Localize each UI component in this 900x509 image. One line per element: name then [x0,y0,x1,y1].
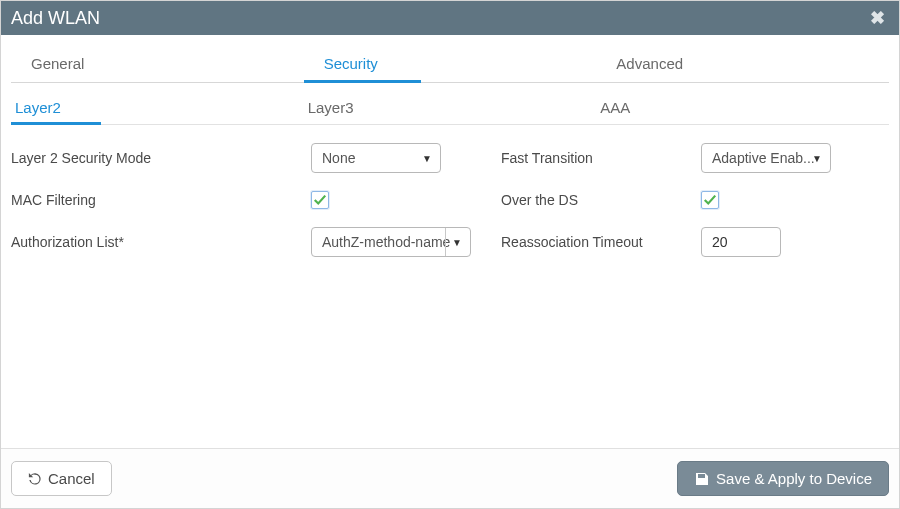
subtab-label: AAA [600,99,630,116]
right-column: Fast Transition Adaptive Enab... ▼ Over … [471,143,889,438]
label-security-mode: Layer 2 Security Mode [11,150,311,166]
tab-general[interactable]: General [11,49,304,82]
field-over-ds: Over the DS [501,191,889,209]
subtab-label: Layer2 [15,99,61,116]
field-auth-list: Authorization List* AuthZ-method-name ▼ [11,227,471,257]
subtab-label: Layer3 [308,99,354,116]
check-icon [703,193,717,207]
label-reassoc-timeout: Reassociation Timeout [501,234,701,250]
modal-footer: Cancel Save & Apply to Device [1,448,899,508]
chevron-down-icon: ▼ [422,153,432,164]
left-column: Layer 2 Security Mode None ▼ MAC Filteri… [11,143,471,438]
button-label: Cancel [48,470,95,487]
select-value: None [322,150,355,166]
label-over-ds: Over the DS [501,192,701,208]
input-reassoc-timeout[interactable] [701,227,781,257]
tab-label: Security [324,55,378,72]
chevron-down-icon: ▼ [452,237,462,248]
label-mac-filtering: MAC Filtering [11,192,311,208]
tab-label: Advanced [616,55,683,72]
subtab-layer3[interactable]: Layer3 [304,95,597,124]
button-label: Save & Apply to Device [716,470,872,487]
tab-security[interactable]: Security [304,49,597,82]
modal-header: Add WLAN ✖ [1,1,899,35]
field-security-mode: Layer 2 Security Mode None ▼ [11,143,471,173]
select-auth-list[interactable]: AuthZ-method-name ▼ [311,227,471,257]
field-mac-filtering: MAC Filtering [11,191,471,209]
form-content: Layer 2 Security Mode None ▼ MAC Filteri… [1,125,899,448]
undo-icon [28,472,42,486]
select-value: AuthZ-method-name [322,234,450,250]
cancel-button[interactable]: Cancel [11,461,112,496]
select-security-mode[interactable]: None ▼ [311,143,441,173]
security-subtabs: Layer2 Layer3 AAA [11,95,889,125]
save-icon [694,471,710,487]
label-fast-transition: Fast Transition [501,150,701,166]
select-fast-transition[interactable]: Adaptive Enab... ▼ [701,143,831,173]
main-tabs: General Security Advanced [11,49,889,83]
field-reassoc-timeout: Reassociation Timeout [501,227,889,257]
close-icon[interactable]: ✖ [870,7,885,29]
save-apply-button[interactable]: Save & Apply to Device [677,461,889,496]
tab-label: General [31,55,84,72]
field-fast-transition: Fast Transition Adaptive Enab... ▼ [501,143,889,173]
checkbox-mac-filtering[interactable] [311,191,329,209]
label-auth-list: Authorization List* [11,234,311,250]
check-icon [313,193,327,207]
select-value: Adaptive Enab... [712,150,815,166]
checkbox-over-ds[interactable] [701,191,719,209]
subtab-aaa[interactable]: AAA [596,95,889,124]
modal-title: Add WLAN [11,8,100,29]
subtab-layer2[interactable]: Layer2 [11,95,304,124]
tab-advanced[interactable]: Advanced [596,49,889,82]
